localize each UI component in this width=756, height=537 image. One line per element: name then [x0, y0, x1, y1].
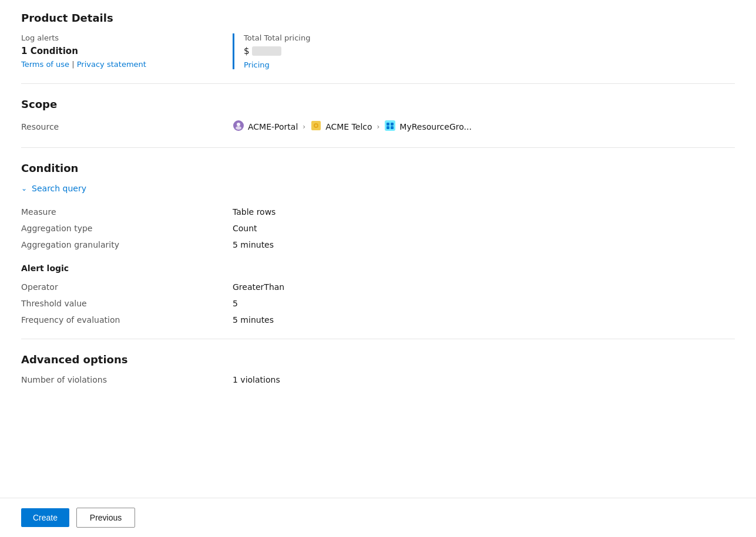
resource-group-text: MyResourceGro...: [399, 122, 472, 131]
scope-item-portal: ACME-Portal: [233, 120, 298, 133]
chevron-icon-1: ›: [303, 123, 305, 131]
aggregation-type-label: Aggregation type: [21, 224, 233, 233]
privacy-statement-link[interactable]: Privacy statement: [77, 60, 146, 69]
terms-of-use-link[interactable]: Terms of use: [21, 60, 69, 69]
violations-label: Number of violations: [21, 375, 233, 384]
scope-section: Scope Resource ACME-Portal ›: [21, 98, 735, 133]
total-pricing-label: Total Total pricing: [244, 33, 735, 42]
condition-details-grid: Measure Table rows Aggregation type Coun…: [21, 207, 735, 325]
aggregation-type-value: Count: [233, 224, 735, 233]
operator-value: GreaterThan: [233, 282, 735, 292]
advanced-options-grid: Number of violations 1 violations: [21, 375, 735, 384]
condition-title: Condition: [21, 162, 735, 174]
condition-count: 1 Condition: [21, 46, 233, 56]
alert-logic-title: Alert logic: [21, 264, 735, 273]
product-details-title: Product Details: [21, 12, 735, 24]
svg-point-5: [315, 124, 317, 127]
product-price: $: [244, 46, 735, 56]
advanced-options-section: Advanced options Number of violations 1 …: [21, 353, 735, 384]
pricing-link[interactable]: Pricing: [244, 60, 270, 69]
product-right: Total Total pricing $ Pricing: [233, 33, 735, 69]
svg-rect-7: [387, 123, 389, 126]
scope-item-telco: ACME Telco: [310, 120, 372, 133]
operator-label: Operator: [21, 282, 233, 292]
portal-icon: [233, 120, 244, 133]
create-button[interactable]: Create: [21, 508, 69, 527]
product-left: Log alerts 1 Condition Terms of use | Pr…: [21, 33, 233, 69]
svg-point-2: [236, 126, 241, 130]
frequency-label: Frequency of evaluation: [21, 315, 233, 325]
portal-text: ACME-Portal: [248, 122, 298, 131]
search-query-label[interactable]: Search query: [32, 184, 86, 193]
threshold-label: Threshold value: [21, 299, 233, 308]
svg-rect-6: [385, 120, 395, 131]
chevron-icon-2: ›: [377, 123, 380, 131]
condition-section: Condition ⌄ Search query Measure Table r…: [21, 162, 735, 325]
resource-group-icon: [384, 120, 396, 133]
product-details-grid: Log alerts 1 Condition Terms of use | Pr…: [21, 33, 735, 69]
svg-rect-10: [391, 126, 394, 129]
resource-label: Resource: [21, 122, 233, 131]
link-separator: |: [72, 60, 77, 69]
violations-value: 1 violations: [233, 375, 735, 384]
scope-title: Scope: [21, 98, 735, 110]
product-links: Terms of use | Privacy statement: [21, 60, 233, 69]
measure-label: Measure: [21, 207, 233, 217]
telco-icon: [310, 120, 322, 133]
divider-2: [21, 147, 735, 148]
scope-resource-row: Resource ACME-Portal ›: [21, 120, 735, 133]
divider-3: [21, 339, 735, 339]
aggregation-granularity-value: 5 minutes: [233, 240, 735, 249]
divider-1: [21, 83, 735, 84]
search-query-row[interactable]: ⌄ Search query: [21, 184, 735, 193]
svg-rect-9: [387, 126, 389, 129]
footer-bar: Create Previous: [0, 498, 756, 537]
threshold-value: 5: [233, 299, 735, 308]
price-symbol: $: [244, 46, 250, 56]
telco-text: ACME Telco: [325, 122, 372, 131]
measure-value: Table rows: [233, 207, 735, 217]
svg-point-1: [237, 123, 240, 126]
price-amount-redacted: [252, 46, 281, 56]
svg-rect-8: [391, 123, 394, 126]
scope-item-resource-group: MyResourceGro...: [384, 120, 472, 133]
advanced-options-title: Advanced options: [21, 353, 735, 366]
log-alerts-label: Log alerts: [21, 33, 233, 42]
frequency-value: 5 minutes: [233, 315, 735, 325]
scope-items: ACME-Portal › ACME Telco ›: [233, 120, 472, 133]
previous-button[interactable]: Previous: [76, 508, 135, 528]
collapse-icon: ⌄: [21, 184, 27, 192]
aggregation-granularity-label: Aggregation granularity: [21, 240, 233, 249]
